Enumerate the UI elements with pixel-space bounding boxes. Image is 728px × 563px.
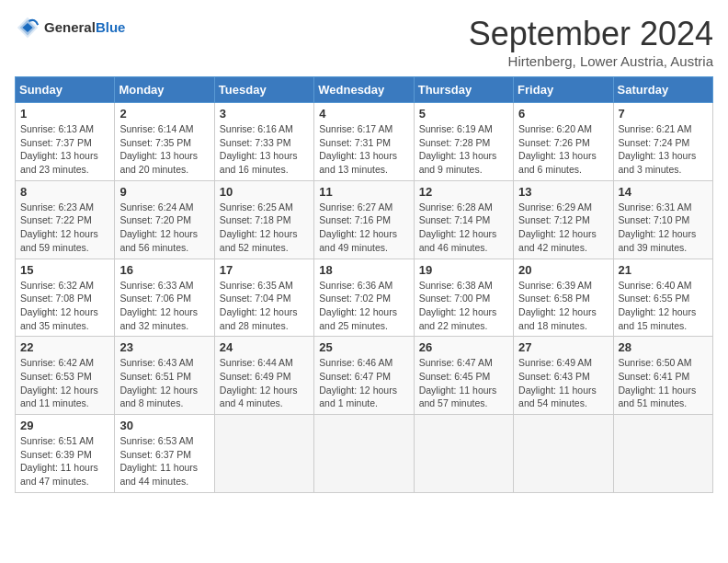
day-info: Sunrise: 6:50 AMSunset: 6:41 PMDaylight:… bbox=[619, 356, 708, 410]
title-block: September 2024 Hirtenberg, Lower Austria… bbox=[469, 15, 713, 69]
day-info: Sunrise: 6:13 AMSunset: 7:37 PMDaylight:… bbox=[20, 122, 109, 177]
calendar-cell: 11Sunrise: 6:27 AMSunset: 7:16 PMDayligh… bbox=[314, 180, 414, 259]
day-number: 4 bbox=[319, 107, 408, 121]
day-number: 17 bbox=[220, 263, 309, 277]
day-info: Sunrise: 6:33 AMSunset: 7:06 PMDaylight:… bbox=[119, 279, 209, 333]
day-info: Sunrise: 6:35 AMSunset: 7:04 PMDaylight:… bbox=[220, 279, 309, 333]
day-number: 25 bbox=[319, 340, 408, 354]
calendar-cell: 26Sunrise: 6:47 AMSunset: 6:45 PMDayligh… bbox=[414, 337, 513, 415]
day-info: Sunrise: 6:28 AMSunset: 7:14 PMDaylight:… bbox=[419, 201, 508, 255]
calendar-cell: 7Sunrise: 6:21 AMSunset: 7:24 PMDaylight… bbox=[613, 103, 712, 181]
calendar-cell: 8Sunrise: 6:23 AMSunset: 7:22 PMDaylight… bbox=[16, 180, 115, 259]
day-number: 22 bbox=[20, 340, 109, 354]
calendar-header: Sunday Monday Tuesday Wednesday Thursday… bbox=[16, 77, 713, 103]
header-sunday: Sunday bbox=[16, 77, 115, 103]
day-info: Sunrise: 6:42 AMSunset: 6:53 PMDaylight:… bbox=[20, 356, 109, 410]
header-monday: Monday bbox=[115, 77, 214, 103]
calendar-week-row: 15Sunrise: 6:32 AMSunset: 7:08 PMDayligh… bbox=[16, 259, 713, 337]
day-number: 20 bbox=[518, 263, 608, 277]
day-number: 19 bbox=[419, 263, 508, 277]
day-number: 7 bbox=[619, 107, 708, 121]
day-info: Sunrise: 6:29 AMSunset: 7:12 PMDaylight:… bbox=[518, 201, 608, 255]
calendar-cell: 9Sunrise: 6:24 AMSunset: 7:20 PMDaylight… bbox=[115, 180, 214, 259]
calendar-week-row: 1Sunrise: 6:13 AMSunset: 7:37 PMDaylight… bbox=[16, 103, 713, 181]
day-number: 11 bbox=[319, 185, 408, 199]
calendar-cell: 5Sunrise: 6:19 AMSunset: 7:28 PMDaylight… bbox=[414, 103, 513, 181]
calendar-cell bbox=[514, 415, 613, 493]
day-number: 15 bbox=[20, 263, 109, 277]
header-tuesday: Tuesday bbox=[214, 77, 313, 103]
day-info: Sunrise: 6:27 AMSunset: 7:16 PMDaylight:… bbox=[319, 201, 408, 255]
calendar-cell: 21Sunrise: 6:40 AMSunset: 6:55 PMDayligh… bbox=[613, 259, 712, 337]
day-number: 26 bbox=[419, 340, 508, 354]
day-number: 8 bbox=[20, 185, 109, 199]
calendar-week-row: 29Sunrise: 6:51 AMSunset: 6:39 PMDayligh… bbox=[16, 415, 713, 493]
calendar-week-row: 8Sunrise: 6:23 AMSunset: 7:22 PMDaylight… bbox=[16, 180, 713, 259]
calendar-cell bbox=[613, 415, 712, 493]
day-info: Sunrise: 6:19 AMSunset: 7:28 PMDaylight:… bbox=[419, 122, 508, 177]
day-number: 12 bbox=[419, 185, 508, 199]
day-info: Sunrise: 6:31 AMSunset: 7:10 PMDaylight:… bbox=[619, 201, 708, 255]
calendar-cell: 13Sunrise: 6:29 AMSunset: 7:12 PMDayligh… bbox=[514, 180, 613, 259]
day-info: Sunrise: 6:43 AMSunset: 6:51 PMDaylight:… bbox=[119, 356, 209, 410]
day-number: 14 bbox=[619, 185, 708, 199]
day-info: Sunrise: 6:20 AMSunset: 7:26 PMDaylight:… bbox=[518, 122, 608, 177]
subtitle: Hirtenberg, Lower Austria, Austria bbox=[469, 53, 713, 69]
calendar-cell: 3Sunrise: 6:16 AMSunset: 7:33 PMDaylight… bbox=[214, 103, 313, 181]
calendar-body: 1Sunrise: 6:13 AMSunset: 7:37 PMDaylight… bbox=[16, 103, 713, 493]
day-number: 29 bbox=[20, 419, 109, 432]
calendar-cell: 14Sunrise: 6:31 AMSunset: 7:10 PMDayligh… bbox=[613, 180, 712, 259]
calendar-cell: 23Sunrise: 6:43 AMSunset: 6:51 PMDayligh… bbox=[115, 337, 214, 415]
day-info: Sunrise: 6:53 AMSunset: 6:37 PMDaylight:… bbox=[119, 434, 209, 488]
header-thursday: Thursday bbox=[414, 77, 513, 103]
day-number: 6 bbox=[518, 107, 608, 121]
calendar-cell: 22Sunrise: 6:42 AMSunset: 6:53 PMDayligh… bbox=[16, 337, 115, 415]
calendar-cell: 18Sunrise: 6:36 AMSunset: 7:02 PMDayligh… bbox=[314, 259, 414, 337]
logo-icon bbox=[15, 15, 40, 40]
day-number: 3 bbox=[220, 107, 309, 121]
calendar-cell: 25Sunrise: 6:46 AMSunset: 6:47 PMDayligh… bbox=[314, 337, 414, 415]
calendar-cell: 4Sunrise: 6:17 AMSunset: 7:31 PMDaylight… bbox=[314, 103, 414, 181]
day-info: Sunrise: 6:40 AMSunset: 6:55 PMDaylight:… bbox=[619, 279, 708, 333]
day-number: 21 bbox=[619, 263, 708, 277]
calendar-cell bbox=[314, 415, 414, 493]
calendar-cell: 27Sunrise: 6:49 AMSunset: 6:43 PMDayligh… bbox=[514, 337, 613, 415]
logo-general: General bbox=[44, 19, 96, 35]
day-info: Sunrise: 6:25 AMSunset: 7:18 PMDaylight:… bbox=[220, 201, 309, 255]
calendar-cell: 19Sunrise: 6:38 AMSunset: 7:00 PMDayligh… bbox=[414, 259, 513, 337]
day-info: Sunrise: 6:38 AMSunset: 7:00 PMDaylight:… bbox=[419, 279, 508, 333]
day-info: Sunrise: 6:32 AMSunset: 7:08 PMDaylight:… bbox=[20, 279, 109, 333]
calendar-cell: 1Sunrise: 6:13 AMSunset: 7:37 PMDaylight… bbox=[16, 103, 115, 181]
calendar-cell: 12Sunrise: 6:28 AMSunset: 7:14 PMDayligh… bbox=[414, 180, 513, 259]
calendar-cell bbox=[414, 415, 513, 493]
logo: GeneralBlue bbox=[15, 15, 125, 40]
calendar-cell: 17Sunrise: 6:35 AMSunset: 7:04 PMDayligh… bbox=[214, 259, 313, 337]
header-saturday: Saturday bbox=[613, 77, 712, 103]
day-info: Sunrise: 6:16 AMSunset: 7:33 PMDaylight:… bbox=[220, 122, 309, 177]
calendar-cell bbox=[214, 415, 313, 493]
day-info: Sunrise: 6:21 AMSunset: 7:24 PMDaylight:… bbox=[619, 122, 708, 177]
day-info: Sunrise: 6:44 AMSunset: 6:49 PMDaylight:… bbox=[220, 356, 309, 410]
day-info: Sunrise: 6:36 AMSunset: 7:02 PMDaylight:… bbox=[319, 279, 408, 333]
day-info: Sunrise: 6:39 AMSunset: 6:58 PMDaylight:… bbox=[518, 279, 608, 333]
day-number: 23 bbox=[119, 340, 209, 354]
calendar-cell: 2Sunrise: 6:14 AMSunset: 7:35 PMDaylight… bbox=[115, 103, 214, 181]
header-wednesday: Wednesday bbox=[314, 77, 414, 103]
day-info: Sunrise: 6:46 AMSunset: 6:47 PMDaylight:… bbox=[319, 356, 408, 410]
calendar-table: Sunday Monday Tuesday Wednesday Thursday… bbox=[15, 76, 713, 493]
logo-blue: Blue bbox=[96, 19, 126, 35]
day-number: 1 bbox=[20, 107, 109, 121]
header-friday: Friday bbox=[514, 77, 613, 103]
calendar-cell: 10Sunrise: 6:25 AMSunset: 7:18 PMDayligh… bbox=[214, 180, 313, 259]
calendar-cell: 30Sunrise: 6:53 AMSunset: 6:37 PMDayligh… bbox=[115, 415, 214, 493]
calendar-cell: 24Sunrise: 6:44 AMSunset: 6:49 PMDayligh… bbox=[214, 337, 313, 415]
day-number: 9 bbox=[119, 185, 209, 199]
day-number: 28 bbox=[619, 340, 708, 354]
day-number: 24 bbox=[220, 340, 309, 354]
calendar-cell: 20Sunrise: 6:39 AMSunset: 6:58 PMDayligh… bbox=[514, 259, 613, 337]
calendar-cell: 28Sunrise: 6:50 AMSunset: 6:41 PMDayligh… bbox=[613, 337, 712, 415]
day-number: 10 bbox=[220, 185, 309, 199]
day-info: Sunrise: 6:51 AMSunset: 6:39 PMDaylight:… bbox=[20, 434, 109, 488]
logo-text: GeneralBlue bbox=[44, 20, 125, 36]
day-info: Sunrise: 6:23 AMSunset: 7:22 PMDaylight:… bbox=[20, 201, 109, 255]
